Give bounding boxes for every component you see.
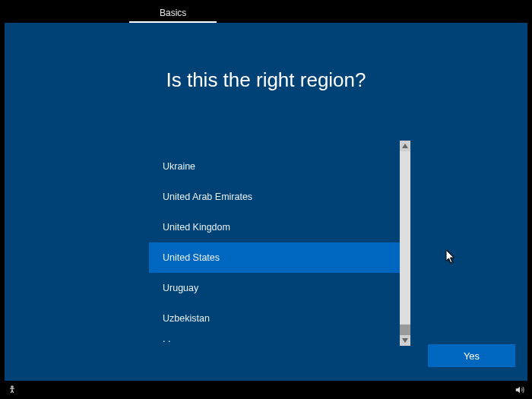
- accessibility-icon[interactable]: [6, 384, 18, 396]
- list-item[interactable]: United Kingdom: [149, 212, 407, 242]
- page-title: Is this the right region?: [5, 68, 527, 92]
- bottom-bar: [0, 381, 532, 399]
- scroll-up-icon[interactable]: [400, 141, 410, 151]
- svg-marker-1: [402, 338, 408, 343]
- scroll-track[interactable]: [400, 151, 410, 335]
- region-list[interactable]: Uganda Ukraine United Arab Emirates Unit…: [149, 141, 407, 346]
- svg-point-2: [11, 386, 13, 388]
- list-item[interactable]: Uganda: [149, 141, 407, 151]
- svg-marker-0: [402, 144, 408, 148]
- list-item[interactable]: Uruguay: [149, 273, 407, 303]
- list-item-selected[interactable]: United States: [149, 242, 407, 273]
- scroll-thumb[interactable]: [400, 325, 410, 335]
- scroll-down-icon[interactable]: [400, 335, 410, 346]
- top-bar: Basics: [0, 0, 532, 23]
- oobe-frame: Basics Is this the right region? Uganda …: [0, 0, 532, 399]
- list-item[interactable]: Uzbekistan: [149, 303, 407, 334]
- yes-button[interactable]: Yes: [428, 344, 515, 367]
- stage: Is this the right region? Uganda Ukraine…: [5, 23, 527, 381]
- list-item[interactable]: Ukraine: [149, 151, 407, 182]
- scrollbar[interactable]: [400, 141, 410, 346]
- list-item[interactable]: . .: [149, 334, 407, 344]
- list-item[interactable]: United Arab Emirates: [149, 182, 407, 212]
- volume-icon[interactable]: [514, 384, 526, 396]
- tab-basics[interactable]: Basics: [129, 3, 217, 23]
